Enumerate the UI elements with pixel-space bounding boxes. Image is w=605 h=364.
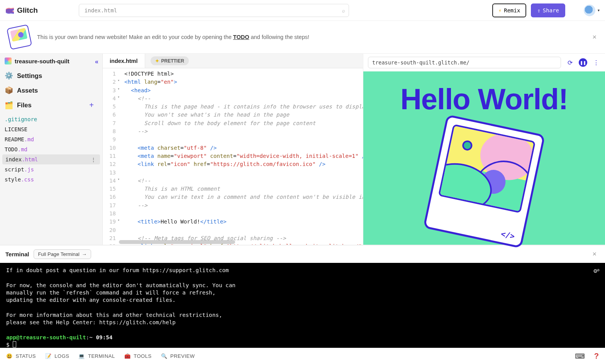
terminal-line: please see the Help Center: https://glit… — [6, 319, 599, 326]
project-name-row[interactable]: treasure-south-quilt « — [0, 54, 102, 68]
glitch-fish-icon — [5, 7, 15, 14]
terminal-line: updating the editor with any console-cre… — [6, 296, 599, 304]
glitch-logo[interactable]: Glitch — [5, 6, 38, 15]
logo-text: Glitch — [17, 6, 38, 15]
file-item[interactable]: style.css — [0, 174, 102, 185]
files-icon: 🗂️ — [5, 101, 13, 110]
terminal-cursor — [13, 341, 16, 347]
editor-tab[interactable]: index.html — [103, 54, 145, 68]
gear-icon[interactable]: ⚙⚙ — [593, 267, 600, 275]
terminal-line: For now, the console and the editor don'… — [6, 282, 599, 289]
file-item[interactable]: LICENSE — [0, 124, 102, 134]
sidebar-item-settings[interactable]: ⚙️ Settings — [0, 68, 102, 83]
avatar — [584, 5, 595, 16]
share-icon: ⇪ — [537, 7, 540, 14]
horizontal-scrollbar[interactable] — [119, 240, 361, 244]
chevron-down-icon: ▾ — [598, 8, 600, 12]
preview-icon: 🔍 — [161, 353, 168, 359]
collapse-sidebar-icon[interactable]: « — [95, 58, 98, 65]
terminal-label: TERMINAL — [88, 353, 115, 359]
terminal-prompt-path: :~ — [86, 334, 93, 340]
logs-label: LOGS — [54, 353, 69, 359]
preview-url-field[interactable]: treasure-south-quilt.glitch.me/ — [368, 57, 561, 68]
search-icon[interactable]: ⌕ — [342, 7, 345, 13]
code-editor[interactable]: 1234567891011121314151617181920212223242… — [103, 68, 363, 245]
terminal-line — [6, 274, 599, 281]
keyboard-shortcuts-icon[interactable]: ⌨︎ — [575, 352, 585, 361]
todo-link[interactable]: TODO — [233, 34, 249, 40]
lightning-icon: ⚡ — [498, 7, 502, 14]
terminal-line: If in doubt post a question in our forum… — [6, 267, 599, 274]
arrow-right-icon: → — [82, 251, 87, 257]
close-icon[interactable]: × — [592, 33, 597, 41]
terminal-button[interactable]: 💻TERMINAL — [78, 353, 115, 359]
preview-heading: Hello World! — [397, 71, 572, 124]
terminal-line: For more information about this and othe… — [6, 312, 599, 319]
banner-thumbnail — [7, 24, 32, 50]
terminal-prompt-user: app@treasure-south-quilt — [6, 334, 86, 340]
project-name: treasure-south-quilt — [15, 58, 69, 64]
preview-label: PREVIEW — [170, 353, 195, 359]
terminal-prompt-time: 09:54 — [93, 334, 113, 340]
banner-text: This is your own brand new website! Make… — [37, 34, 309, 40]
terminal-line — [6, 304, 599, 311]
logs-icon: 📝 — [45, 353, 52, 359]
file-item[interactable]: .gitignore — [0, 114, 102, 124]
terminal-pane[interactable]: ⚙⚙ If in doubt post a question in our fo… — [0, 263, 605, 348]
logs-button[interactable]: 📝LOGS — [45, 353, 69, 359]
settings-label: Settings — [17, 72, 42, 80]
tools-icon: 🧰 — [124, 353, 131, 359]
status-button[interactable]: 😃STATUS — [6, 353, 36, 359]
terminal-line — [6, 326, 599, 334]
file-item[interactable]: TODO.md — [0, 144, 102, 154]
file-item[interactable]: index.html⋮ — [2, 154, 100, 164]
terminal-line: manually run the `refresh` command and i… — [6, 289, 599, 296]
share-button[interactable]: ⇪ Share — [531, 3, 565, 17]
sidebar-item-assets[interactable]: 📦 Assets — [0, 83, 102, 98]
editor-tab-label: index.html — [110, 58, 138, 64]
user-menu[interactable]: ▾ — [584, 5, 600, 16]
refresh-icon[interactable]: ⟳ — [565, 58, 575, 68]
close-icon[interactable]: × — [592, 250, 600, 258]
preview-url: treasure-south-quilt.glitch.me/ — [372, 59, 469, 66]
terminal-icon: 💻 — [78, 353, 85, 359]
remix-button[interactable]: ⚡ Remix — [492, 3, 527, 17]
prettier-button[interactable]: ✦ PRETTIER — [151, 56, 189, 65]
search-input[interactable] — [79, 4, 349, 17]
terminal-title: Terminal — [5, 251, 29, 257]
file-menu-icon[interactable]: ⋮ — [91, 157, 96, 163]
preview-button[interactable]: 🔍PREVIEW — [161, 353, 195, 359]
file-item[interactable]: script.js — [0, 164, 102, 174]
tools-button[interactable]: 🧰TOOLS — [124, 353, 152, 359]
project-icon — [5, 58, 12, 64]
sidebar-item-files[interactable]: 🗂️ Files + — [0, 98, 102, 113]
add-file-button[interactable]: + — [89, 101, 98, 110]
prettier-label: PRETTIER — [161, 58, 184, 64]
help-icon[interactable]: ? — [594, 352, 599, 361]
sparkle-icon: ✦ — [155, 58, 159, 64]
full-page-terminal-label: Full Page Terminal — [38, 251, 79, 257]
tools-label: TOOLS — [134, 353, 151, 359]
file-item[interactable]: README.md — [0, 134, 102, 144]
status-icon: 😃 — [6, 353, 13, 359]
full-page-terminal-button[interactable]: Full Page Terminal → — [34, 249, 91, 259]
gear-icon: ⚙️ — [5, 71, 13, 80]
terminal-prompt-symbol: $ — [6, 342, 13, 348]
preview-pane: Hello World! </> — [363, 71, 605, 245]
share-label: Share — [543, 7, 559, 14]
code-tag-icon: </> — [500, 229, 515, 241]
more-icon[interactable]: ⋮ — [591, 58, 601, 68]
files-label: Files — [17, 102, 32, 109]
assets-label: Assets — [17, 87, 38, 94]
remix-label: Remix — [504, 7, 520, 14]
package-icon: 📦 — [5, 86, 13, 95]
pause-icon[interactable]: ❚❚ — [579, 58, 587, 67]
status-label: STATUS — [16, 353, 36, 359]
preview-illustration: </> — [423, 114, 546, 249]
